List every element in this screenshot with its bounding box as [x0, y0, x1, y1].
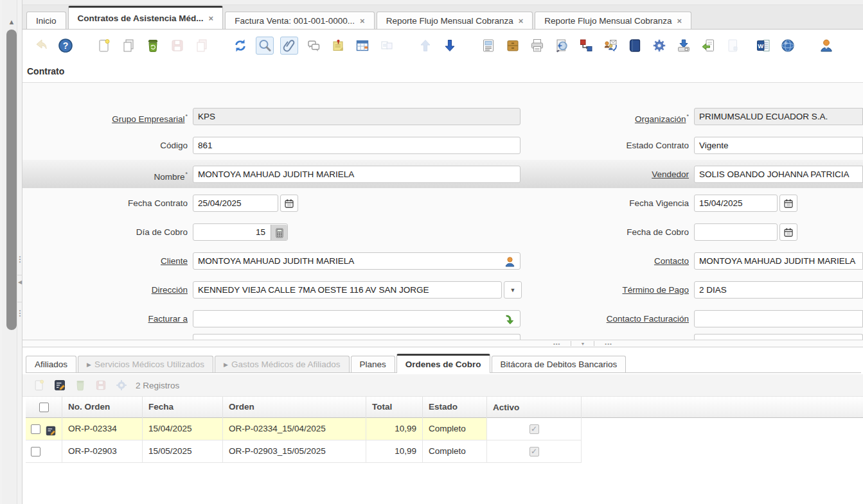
print-preview-icon[interactable]: [553, 37, 571, 55]
grid-delete-icon[interactable]: [73, 378, 88, 393]
fecha-vigencia-field[interactable]: 15/04/2025: [694, 195, 778, 212]
calendar-icon[interactable]: [280, 195, 298, 212]
organizacion-field[interactable]: PRIMUMSALUD ECUADOR S.A.: [694, 108, 863, 125]
find-icon[interactable]: [256, 37, 274, 55]
select-all-checkbox[interactable]: [39, 403, 49, 412]
chevron-down-icon[interactable]: ▼: [504, 281, 522, 299]
calendar-icon[interactable]: [779, 223, 797, 241]
table-row[interactable]: OR-P-02903 15/05/2025 OR-P-02903_15/05/2…: [26, 440, 863, 463]
column-header[interactable]: Orden: [223, 397, 366, 418]
row-checkbox[interactable]: [31, 447, 40, 456]
grid-new-icon[interactable]: [31, 378, 47, 393]
contacto-facturacion-field[interactable]: [694, 310, 863, 327]
label-grupo-empresarial[interactable]: Grupo Empresarial*: [26, 108, 188, 125]
tab-afiliados[interactable]: Afiliados: [26, 356, 76, 372]
save-icon[interactable]: [168, 37, 186, 55]
calculator-icon[interactable]: [271, 225, 287, 241]
scroll-up-icon[interactable]: ▲: [6, 17, 17, 27]
user-icon[interactable]: [817, 37, 835, 55]
delete-record-icon[interactable]: [144, 37, 162, 55]
tab-factura-venta[interactable]: Factura Venta: 001-001-0000...×: [225, 12, 374, 29]
tab-reporte-flujo-1[interactable]: Reporte Flujo Mensual Cobranza×: [377, 12, 533, 29]
column-header[interactable]: Fecha: [143, 397, 223, 418]
contacto-field[interactable]: MONTOYA MAHUAD JUDITH MARIELA: [694, 252, 863, 270]
calendar-icon[interactable]: [779, 195, 797, 212]
label-contacto[interactable]: Contacto: [527, 252, 689, 270]
label-contacto-facturacion[interactable]: Contacto Facturación: [527, 310, 689, 327]
collapse-left-icon[interactable]: ◀: [17, 281, 22, 284]
table-row[interactable]: OR-P-02334 15/04/2025 OR-P-02334_15/04/2…: [26, 418, 863, 440]
print-icon[interactable]: [528, 37, 546, 55]
horizontal-splitter[interactable]: ••• ▼ •••: [22, 340, 863, 347]
parent-record-icon[interactable]: [416, 37, 434, 55]
tab-contratos[interactable]: Contratos de Asistencia Méd...×: [68, 6, 224, 29]
label-facturar-a[interactable]: Facturar a: [26, 310, 188, 327]
label-termino-de-pago[interactable]: Término de Pago: [527, 281, 689, 299]
process-icon[interactable]: [650, 37, 668, 55]
business-partner-icon[interactable]: [504, 256, 516, 268]
chat-icon[interactable]: [305, 37, 323, 55]
cliente-field[interactable]: MONTOYA MAHUAD JUDITH MARIELA: [193, 252, 520, 270]
direccion-field[interactable]: KENNEDY VIEJA CALLE 7MA OESTE 116 AV SAN…: [193, 281, 502, 299]
column-header[interactable]: No. Orden: [62, 397, 143, 418]
close-icon[interactable]: ×: [209, 13, 214, 23]
assign-arrow-icon[interactable]: [504, 313, 516, 326]
refresh-icon[interactable]: [231, 37, 249, 55]
splitter-grip-icon[interactable]: •••: [594, 341, 622, 347]
column-header[interactable]: Activo: [487, 397, 582, 418]
detail-grid-icon[interactable]: [378, 37, 396, 55]
attachment-icon[interactable]: [280, 37, 298, 55]
save-create-icon[interactable]: [193, 37, 211, 55]
splitter-grip-icon[interactable]: •••: [543, 341, 571, 347]
archive-icon[interactable]: [504, 37, 522, 55]
export-icon[interactable]: [675, 37, 693, 55]
row-edit-icon[interactable]: [45, 423, 57, 435]
close-icon[interactable]: ×: [519, 16, 524, 26]
facturar-a-field[interactable]: [193, 310, 520, 327]
splitter-grip-icon[interactable]: •••: [17, 256, 22, 263]
detail-record-icon[interactable]: [441, 37, 459, 55]
tab-planes[interactable]: Planes: [351, 356, 395, 372]
tab-ordenes-de-cobro[interactable]: Ordenes de Cobro: [396, 354, 490, 373]
label-vendedor[interactable]: Vendedor: [527, 166, 689, 183]
grid-process-icon[interactable]: [114, 378, 129, 393]
label-direccion[interactable]: Dirección: [26, 281, 188, 299]
grupo-empresarial-field[interactable]: KPS: [193, 108, 520, 125]
close-icon[interactable]: ×: [677, 16, 682, 26]
copy-record-icon[interactable]: [120, 37, 138, 55]
tab-reporte-flujo-2[interactable]: Reporte Flujo Mensual Cobranza×: [535, 12, 691, 29]
grid-toggle-icon[interactable]: [353, 37, 371, 55]
zoom-across-icon[interactable]: [779, 37, 797, 55]
csv-import-icon[interactable]: [724, 37, 742, 55]
help-icon[interactable]: ?: [57, 37, 75, 55]
tab-inicio[interactable]: Inicio: [26, 12, 66, 29]
tab-bitacora-debitos[interactable]: Bitácora de Debitos Bancarios: [492, 356, 627, 372]
collapse-down-icon[interactable]: ▼: [571, 342, 594, 346]
fecha-contrato-field[interactable]: 25/04/2025: [193, 195, 278, 212]
fecha-de-cobro-field[interactable]: [694, 223, 778, 241]
note-icon[interactable]: [329, 37, 347, 55]
vertical-scrollbar[interactable]: ▲: [2, 0, 17, 504]
new-record-icon[interactable]: [95, 37, 113, 55]
row-checkbox[interactable]: [31, 424, 40, 434]
dia-de-cobro-field[interactable]: 15: [193, 223, 288, 241]
file-import-icon[interactable]: [699, 37, 717, 55]
close-icon[interactable]: ×: [360, 16, 365, 26]
termino-de-pago-field[interactable]: 2 DIAS: [694, 281, 863, 299]
grid-save-icon[interactable]: [93, 378, 109, 393]
undo-icon[interactable]: [32, 37, 50, 55]
splitter-grip-icon[interactable]: •••: [17, 309, 22, 317]
grid-edit-icon[interactable]: [52, 378, 67, 393]
column-header[interactable]: Estado: [423, 397, 487, 418]
column-header[interactable]: Total: [366, 397, 423, 418]
label-organizacion[interactable]: Organización*: [527, 108, 689, 125]
report-icon[interactable]: [479, 37, 497, 55]
nombre-field[interactable]: MONTOYA MAHUAD JUDITH MARIELA: [193, 166, 520, 183]
word-export-icon[interactable]: W: [754, 37, 772, 55]
estado-contrato-field[interactable]: Vigente: [694, 137, 863, 154]
request-icon[interactable]: [601, 37, 619, 55]
product-info-icon[interactable]: [626, 37, 644, 55]
scrollbar-thumb[interactable]: [6, 30, 17, 330]
vendedor-field[interactable]: SOLIS OBANDO JOHANNA PATRICIA: [694, 166, 863, 183]
label-cliente[interactable]: Cliente: [26, 252, 188, 270]
